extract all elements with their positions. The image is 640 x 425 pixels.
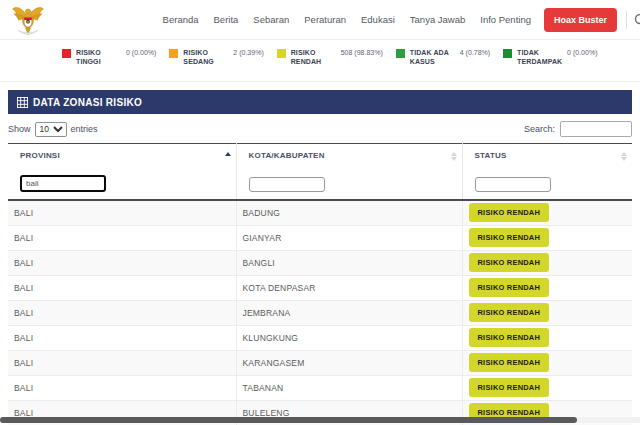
cell-kota: KOTA DENPASAR — [236, 275, 462, 300]
nav-item-info-penting[interactable]: Info Penting — [480, 14, 531, 25]
garuda-pancasila-logo[interactable] — [8, 2, 48, 38]
legend-item: RISIKO RENDAH508 (98.83%) — [277, 48, 383, 67]
legend-item: RISIKO TINGGI0 (0.00%) — [62, 48, 156, 67]
nav-item-tanya-jawab[interactable]: Tanya Jawab — [410, 14, 465, 25]
zonasi-table: PROVINSI KOTA/KABUPATEN STATUS BALIBADUN… — [8, 143, 632, 425]
table-row: BALIKLUNGKUNGRISIKO RENDAH — [8, 325, 632, 350]
table-row: BALIGIANYARRISIKO RENDAH — [8, 225, 632, 250]
horizontal-scrollbar[interactable] — [0, 417, 640, 423]
table-controls: Show 10 entries Search: — [8, 117, 632, 141]
sort-ascending-icon — [225, 152, 231, 156]
nav-item-sebaran[interactable]: Sebaran — [253, 14, 289, 25]
legend-count: 508 (98.83%) — [341, 49, 383, 56]
panel-title: DATA ZONASI RISIKO — [33, 97, 142, 108]
legend-color-swatch — [503, 49, 512, 58]
legend-count: 0 (0.00%) — [567, 49, 597, 56]
legend-item: RISIKO SEDANG2 (0.39%) — [169, 48, 263, 67]
nav-links: BerandaBeritaSebaranPeraturanEdukasiTany… — [163, 14, 531, 25]
table-row: BALIBANGLIRISIKO RENDAH — [8, 250, 632, 275]
status-badge: RISIKO RENDAH — [469, 353, 550, 372]
nav-item-berita[interactable]: Berita — [214, 14, 239, 25]
cell-status: RISIKO RENDAH — [462, 200, 632, 225]
column-header-provinsi[interactable]: PROVINSI — [8, 144, 236, 167]
hoax-buster-button[interactable]: Hoax Buster — [544, 8, 617, 32]
table-row: BALIBADUNGRISIKO RENDAH — [8, 200, 632, 225]
table-row: BALIKOTA DENPASARRISIKO RENDAH — [8, 275, 632, 300]
table-search-input[interactable] — [560, 121, 632, 137]
column-label-status: STATUS — [475, 151, 507, 160]
cell-provinsi: BALI — [8, 375, 236, 400]
filter-row — [8, 166, 632, 200]
cell-provinsi: BALI — [8, 225, 236, 250]
kota-filter-input[interactable] — [249, 177, 325, 192]
legend-color-swatch — [277, 49, 286, 58]
cell-provinsi: BALI — [8, 275, 236, 300]
entries-label: entries — [71, 124, 98, 134]
page-length-control: Show 10 entries — [8, 122, 98, 137]
legend-label: RISIKO TINGGI — [76, 48, 120, 67]
cell-provinsi: BALI — [8, 300, 236, 325]
cell-kota: KLUNGKUNG — [236, 325, 462, 350]
nav-item-beranda[interactable]: Beranda — [163, 14, 199, 25]
cell-provinsi: BALI — [8, 325, 236, 350]
legend-label: TIDAK TERDAMPAK — [517, 48, 561, 67]
legend-color-swatch — [396, 49, 405, 58]
cell-provinsi: BALI — [8, 350, 236, 375]
table-grid-icon — [17, 97, 28, 108]
legend-item: TIDAK ADA KASUS4 (0.78%) — [396, 48, 490, 67]
column-header-status[interactable]: STATUS — [462, 144, 632, 167]
panel-header: DATA ZONASI RISIKO — [8, 90, 632, 114]
cell-status: RISIKO RENDAH — [462, 350, 632, 375]
cell-kota: TABANAN — [236, 375, 462, 400]
status-badge: RISIKO RENDAH — [469, 303, 550, 322]
status-badge: RISIKO RENDAH — [469, 228, 550, 247]
column-label-kota: KOTA/KABUPATEN — [249, 151, 325, 160]
legend-count: 0 (0.00%) — [126, 49, 156, 56]
cell-kota: GIANYAR — [236, 225, 462, 250]
cell-kota: JEMBRANA — [236, 300, 462, 325]
table-row: BALITABANANRISIKO RENDAH — [8, 375, 632, 400]
legend-color-swatch — [62, 49, 71, 58]
column-header-kota[interactable]: KOTA/KABUPATEN — [236, 144, 462, 167]
nav-item-edukasi[interactable]: Edukasi — [361, 14, 395, 25]
cell-kota: BADUNG — [236, 200, 462, 225]
nav-item-peraturan[interactable]: Peraturan — [304, 14, 346, 25]
cell-status: RISIKO RENDAH — [462, 250, 632, 275]
status-filter-input[interactable] — [475, 177, 551, 192]
cell-status: RISIKO RENDAH — [462, 325, 632, 350]
page: BerandaBeritaSebaranPeraturanEdukasiTany… — [0, 0, 640, 425]
table-header-row: PROVINSI KOTA/KABUPATEN STATUS — [8, 144, 632, 167]
legend-count: 2 (0.39%) — [233, 49, 263, 56]
provinsi-filter-input[interactable] — [20, 175, 106, 192]
cell-kota: KARANGASEM — [236, 350, 462, 375]
cell-provinsi: BALI — [8, 200, 236, 225]
cell-kota: BANGLI — [236, 250, 462, 275]
search-label: Search: — [524, 124, 555, 134]
zonasi-table-body: BALIBADUNGRISIKO RENDAHBALIGIANYARRISIKO… — [8, 200, 632, 425]
legend-item: TIDAK TERDAMPAK0 (0.00%) — [503, 48, 597, 67]
legend-count: 4 (0.78%) — [460, 49, 490, 56]
legend: RISIKO TINGGI0 (0.00%)RISIKO SEDANG2 (0.… — [0, 40, 640, 82]
search-icon[interactable] — [633, 12, 640, 28]
table-row: BALIJEMBRANARISIKO RENDAH — [8, 300, 632, 325]
status-badge: RISIKO RENDAH — [469, 378, 550, 397]
cell-status: RISIKO RENDAH — [462, 375, 632, 400]
page-length-select[interactable]: 10 — [35, 122, 67, 137]
cell-status: RISIKO RENDAH — [462, 225, 632, 250]
table-row: BALIKARANGASEMRISIKO RENDAH — [8, 350, 632, 375]
top-navigation: BerandaBeritaSebaranPeraturanEdukasiTany… — [0, 0, 640, 40]
garuda-icon — [10, 3, 46, 37]
legend-label: TIDAK ADA KASUS — [410, 48, 454, 67]
legend-color-swatch — [169, 49, 178, 58]
scrollbar-thumb[interactable] — [0, 417, 577, 423]
status-badge: RISIKO RENDAH — [469, 278, 550, 297]
cell-status: RISIKO RENDAH — [462, 275, 632, 300]
sort-both-icon — [621, 152, 627, 161]
status-badge: RISIKO RENDAH — [469, 203, 550, 222]
search-control: Search: — [524, 121, 632, 137]
legend-label: RISIKO RENDAH — [291, 48, 335, 67]
status-badge: RISIKO RENDAH — [469, 328, 550, 347]
cell-provinsi: BALI — [8, 250, 236, 275]
nav-divider — [626, 11, 627, 29]
cell-status: RISIKO RENDAH — [462, 300, 632, 325]
